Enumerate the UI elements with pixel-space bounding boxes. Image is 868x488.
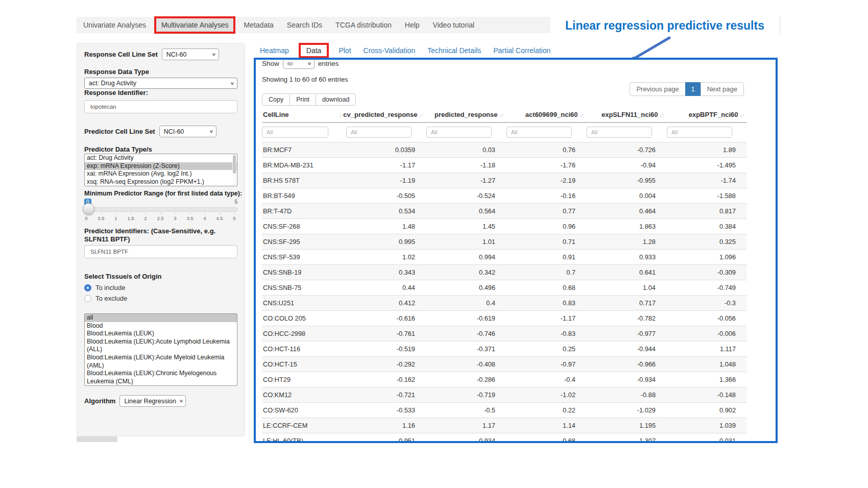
- tab-partial-correlation[interactable]: Partial Correlation: [487, 46, 557, 55]
- nav-item-search-ids[interactable]: Search IDs: [280, 17, 329, 33]
- table-row: CO:SW-620 -0.533 -0.5 0.22 -1.029 0.902: [262, 402, 747, 418]
- cv-predicted-response-cell: -0.533: [346, 406, 426, 414]
- expslfn11-cell: -0.944: [587, 345, 667, 353]
- cv-predicted-response-cell: -1.17: [346, 161, 426, 169]
- column-header-cv-predicted-response[interactable]: cv_predicted_response ↓↑: [346, 111, 426, 118]
- predictor-identifiers-label: Predictor Identifiers: (Case-Sensitive, …: [84, 227, 237, 243]
- list-option[interactable]: Blood:Leukemia (LEUK):Acute Myeloid Leuk…: [85, 354, 237, 370]
- slider-handle[interactable]: [83, 203, 94, 215]
- expbptf-cell: -1.74: [667, 177, 747, 184]
- cell-line-cell: BR:MCF7: [262, 146, 346, 154]
- cell-line-cell: CO:COLO 205: [262, 314, 346, 322]
- column-header-predicted-response[interactable]: predicted_response ↓↑: [426, 111, 507, 118]
- results-table: CellLine ↓↑ cv_predicted_response ↓↑ pre…: [262, 111, 747, 443]
- cv-predicted-response-cell: -0.162: [346, 376, 426, 383]
- filter-input-expslfn11-nci60[interactable]: [587, 127, 652, 138]
- current-page-button[interactable]: 1: [685, 82, 701, 96]
- expbptf-cell: 0.031: [667, 437, 747, 443]
- predicted-response-cell: 1.01: [426, 238, 507, 246]
- list-option[interactable]: xsq: RNA-seq Expression (log2 FPKM+1.): [85, 178, 237, 186]
- list-option[interactable]: xai: mRNA Expression (Avg. log2 Int.): [85, 170, 237, 178]
- pagination: Previous page 1 Next page: [630, 82, 744, 96]
- act609699-cell: -1.02: [507, 391, 587, 399]
- nav-item-univariate-analyses[interactable]: Univariate Analyses: [77, 17, 153, 33]
- expslfn11-cell: -0.726: [587, 146, 667, 154]
- list-option-selected[interactable]: exp: mRNA Expression (Z-Score): [85, 162, 237, 170]
- cv-predicted-response-cell: 1.48: [346, 223, 426, 230]
- nav-item-metadata[interactable]: Metadata: [237, 17, 280, 33]
- list-option[interactable]: act: Drug Activity: [85, 154, 237, 162]
- predicted-response-cell: 0.4: [426, 299, 507, 307]
- next-page-button[interactable]: Next page: [701, 82, 744, 96]
- table-row: CNS:SF-295 0.995 1.01 0.71 1.28 0.325: [262, 234, 747, 249]
- act609699-cell: 0.71: [507, 238, 587, 246]
- cv-predicted-response-cell: -0.519: [346, 345, 426, 353]
- list-option[interactable]: Blood:Leukemia (LEUK):Acute Lymphoid Leu…: [85, 338, 237, 354]
- act609699-cell: 0.76: [507, 146, 587, 154]
- cell-line-cell: CO:SW-620: [262, 406, 346, 414]
- expslfn11-cell: 1.307: [587, 437, 667, 443]
- filter-input-expbptf-nci60[interactable]: [667, 127, 732, 138]
- predicted-response-cell: -1.18: [426, 161, 507, 169]
- expbptf-cell: 1.89: [667, 146, 747, 154]
- expbptf-cell: -1.588: [667, 192, 747, 200]
- response-identifier-input[interactable]: topotecan: [84, 100, 237, 113]
- print-button[interactable]: Print: [290, 93, 316, 106]
- tab-cross-validation[interactable]: Cross-Validation: [357, 46, 422, 55]
- predictor-cell-line-set-select[interactable]: NCI-60 ∨: [159, 126, 216, 137]
- tab-heatmap[interactable]: Heatmap: [254, 46, 295, 55]
- filter-input-cellline[interactable]: [262, 127, 328, 138]
- response-data-type-select[interactable]: act: Drug Activity ∨: [84, 78, 237, 89]
- download-button[interactable]: download: [316, 93, 356, 106]
- nav-item-tcga-distribution[interactable]: TCGA distribution: [329, 17, 398, 33]
- list-option[interactable]: Blood:Leukemia (LEUK): [85, 330, 237, 338]
- cell-line-cell: CNS:U251: [262, 299, 346, 307]
- slider-track[interactable]: [84, 207, 237, 212]
- expslfn11-cell: 0.641: [587, 269, 667, 276]
- tissue-listbox[interactable]: all Blood Blood:Leukemia (LEUK) Blood:Le…: [84, 313, 237, 386]
- table-row: CO:COLO 205 -0.616 -0.619 -1.17 -0.782 -…: [262, 310, 747, 326]
- copy-button[interactable]: Copy: [262, 93, 290, 106]
- expbptf-cell: -0.006: [667, 330, 747, 337]
- radio-to-exclude[interactable]: To exclude: [84, 295, 237, 302]
- algorithm-select[interactable]: Linear Regression ∨: [119, 395, 186, 407]
- predictor-data-types-listbox[interactable]: act: Drug Activity exp: mRNA Expression …: [84, 154, 237, 186]
- column-header-expslfn11-nci60[interactable]: expSLFN11_nci60 ↓↑: [587, 111, 667, 118]
- filter-input-predicted-response[interactable]: [426, 127, 492, 138]
- expbptf-cell: 0.384: [667, 223, 747, 230]
- radio-unselected-icon: [84, 295, 91, 302]
- cv-predicted-response-cell: -0.292: [346, 360, 426, 368]
- predicted-response-cell: 0.496: [426, 284, 507, 291]
- nav-item-video-tutorial[interactable]: Video tutorial: [426, 17, 481, 33]
- column-header-cellline[interactable]: CellLine ↓↑: [262, 111, 346, 118]
- column-header-act609699-nci60[interactable]: act609699_nci60 ↓↑: [507, 111, 587, 118]
- tab-plot[interactable]: Plot: [332, 46, 357, 55]
- list-option-selected[interactable]: all: [85, 314, 237, 322]
- list-option[interactable]: Blood:Leukemia (LEUK):Chronic Myelogenou…: [85, 370, 237, 385]
- cell-line-cell: BR:BT-549: [262, 192, 346, 200]
- table-row: CO:HCT-15 -0.292 -0.408 -0.97 -0.966 1.0…: [262, 356, 747, 372]
- cell-line-cell: BR:HS 578T: [262, 177, 346, 184]
- act609699-cell: 0.25: [507, 345, 587, 353]
- nav-item-multivariate-analyses[interactable]: Multivariate Analyses: [154, 16, 236, 34]
- column-header-expbptf-nci60[interactable]: expBPTF_nci60 ↓↑: [667, 111, 747, 118]
- previous-page-button[interactable]: Previous page: [630, 82, 685, 96]
- nav-item-help[interactable]: Help: [398, 17, 426, 33]
- act609699-cell: -0.97: [507, 360, 587, 368]
- radio-to-include[interactable]: To include: [84, 284, 237, 291]
- tab-data[interactable]: Data: [299, 43, 329, 58]
- expslfn11-cell: 1.28: [587, 238, 667, 246]
- act609699-cell: -0.83: [507, 330, 587, 337]
- filter-input-act609699-nci60[interactable]: [507, 127, 572, 138]
- list-option[interactable]: Blood: [85, 322, 237, 330]
- expbptf-cell: 1.117: [667, 345, 747, 353]
- show-entries-select[interactable]: 60 ∨: [283, 58, 315, 69]
- predictor-identifiers-input[interactable]: SLFN11 BPTF: [84, 245, 237, 258]
- response-cell-line-set-select[interactable]: NCI-60 ∨: [162, 48, 219, 60]
- tab-technical-details[interactable]: Technical Details: [421, 46, 487, 55]
- cell-line-cell: CO:HCC-2998: [262, 330, 346, 337]
- scrollbar[interactable]: [232, 155, 236, 185]
- filter-input-cv-predicted-response[interactable]: [346, 127, 412, 138]
- expbptf-cell: 0.902: [667, 406, 747, 414]
- table-row: BR:BT-549 -0.505 -0.524 -0.16 0.004 -1.5…: [262, 188, 747, 203]
